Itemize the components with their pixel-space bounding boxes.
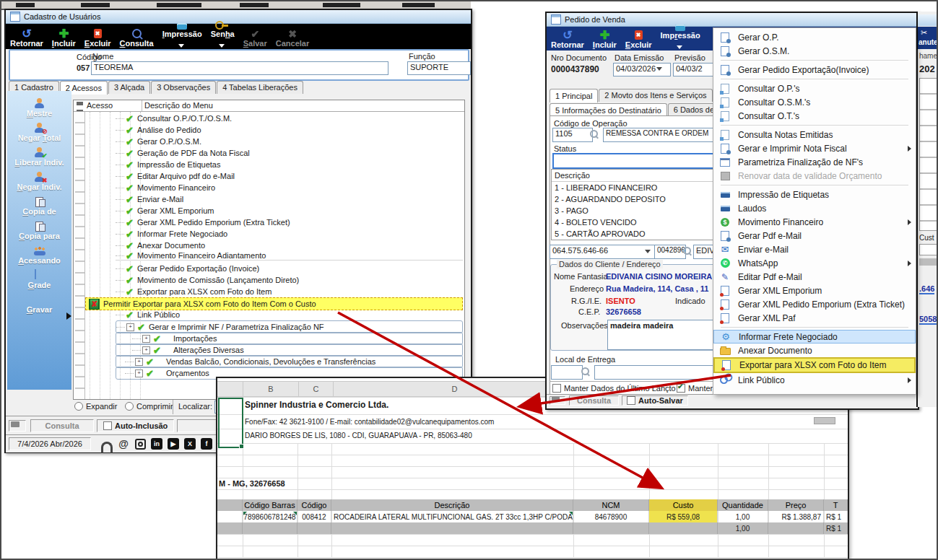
expand-icon[interactable]: + [142, 335, 150, 343]
local-desc-field[interactable] [594, 365, 720, 380]
auto-inclusao-toggle[interactable]: Auto-Inclusão [97, 419, 174, 432]
facebook-icon[interactable]: f [201, 438, 212, 450]
context-menu-item[interactable]: ✉ Enviar e-Mail [713, 242, 916, 256]
context-menu-item[interactable]: Gerar O.P. [713, 30, 916, 44]
table-header-cell[interactable]: Custo [649, 499, 718, 511]
cliente-code[interactable]: 0042896 [654, 245, 686, 259]
expand-icon[interactable]: + [142, 346, 150, 354]
table-cell[interactable]: R$ 1.388,87 [768, 511, 824, 522]
table-cell[interactable] [649, 522, 718, 534]
auto-inclusao-checkbox[interactable] [103, 421, 112, 430]
context-menu-item[interactable]: Gerar Pdf e-Mail [713, 229, 916, 242]
table-cell[interactable] [768, 522, 824, 534]
context-menu-item[interactable]: Anexar Documento [713, 344, 916, 357]
context-menu-item[interactable]: Gerar Pedido Exportação(Invoice) [713, 63, 916, 76]
column-letter[interactable]: B [243, 381, 299, 397]
table-header-cell[interactable] [217, 499, 243, 511]
cliente-search-icon[interactable] [683, 247, 691, 256]
toolbar-button[interactable]: ↺ Retornar [6, 25, 48, 49]
obs-textarea[interactable]: madeira madeira [607, 320, 720, 350]
toolbar-button[interactable]: ✚ Incluir [589, 27, 621, 51]
selected-cell-border[interactable] [218, 398, 243, 448]
cadastro-tab[interactable]: 3 Observações [151, 81, 216, 94]
column-letter[interactable]: D [334, 381, 576, 397]
context-menu-item[interactable]: Consultar O.S.M.'s [713, 95, 916, 109]
cadastro-tab[interactable]: 4 Tabelas Liberações [217, 81, 303, 94]
tree-row[interactable]: + ✔ Impressão de Etiquetas [116, 159, 463, 170]
expand-icon[interactable]: + [135, 358, 143, 366]
table-cell[interactable]: 1,00 [718, 511, 768, 522]
context-menu-item[interactable]: Parametriza Finalização de NF's [713, 155, 916, 169]
context-menu-item[interactable]: Impressão de Etiquetas [713, 188, 916, 201]
dropdown-arrow-icon[interactable] [219, 44, 225, 48]
table-cell[interactable]: R$ 559,08 [649, 511, 718, 522]
status-option[interactable]: 5 - CARTÃO APROVADO [552, 228, 713, 240]
toolbar-button[interactable]: ✖ Cancelar [272, 25, 313, 49]
emissao-combo[interactable]: 04/03/2026 [613, 63, 671, 76]
sidebar-button[interactable]: ⊘ Negar Total [7, 123, 71, 142]
dropdown-arrow-icon[interactable] [178, 44, 184, 48]
context-menu-item[interactable]: Gerar XML Paf [713, 311, 916, 325]
toolbar-button[interactable]: ↺ Retornar [547, 27, 589, 51]
status-option[interactable]: 1 - LIBERADO FINANCEIRO [552, 182, 713, 193]
table-cell[interactable] [573, 522, 649, 534]
x-icon[interactable]: X [184, 438, 196, 450]
column-letter[interactable]: C [299, 381, 334, 397]
table-cell[interactable] [331, 522, 573, 534]
toolbar-button[interactable]: ✔ Salvar [239, 25, 272, 49]
toolbar-button[interactable]: ✖ Excluir [80, 25, 116, 49]
tree-row[interactable]: + ✔ Geração de PDF da Nota Fiscal [116, 147, 463, 159]
sidebar-button[interactable]: Copia para [7, 221, 71, 240]
tree-row[interactable]: + ✔ Gerar XML Emporium [116, 205, 463, 216]
context-menu-item[interactable]: Gerar XML Emporium [713, 284, 916, 297]
status-option[interactable]: 4 - BOLETO VENCIDO [552, 216, 713, 228]
context-menu-item[interactable]: Consulta Notas Emitidas [713, 128, 916, 141]
table-cell[interactable] [243, 522, 298, 534]
tree-row[interactable]: + ✔ Consultar O.P./O.T./O.S.M. [116, 113, 463, 124]
toolbar-button[interactable]: Impressão [656, 27, 705, 51]
sidebar-button[interactable]: ✔ Liberar Indiv. [7, 147, 71, 167]
table-header-cell[interactable]: NCM [573, 499, 649, 511]
table-cell[interactable]: 84678900 [573, 511, 649, 522]
context-menu-item[interactable]: Renovar data de validade Orçamento [713, 169, 916, 183]
panel-icon[interactable] [9, 420, 26, 432]
column-letter[interactable] [217, 381, 243, 397]
toolbar-button[interactable]: Impressão [158, 25, 207, 49]
tree-row[interactable]: + ✔ Informar Frete Negociado [116, 228, 463, 240]
operacao-code[interactable]: 1105 [552, 128, 593, 142]
table-cell[interactable]: 7898606781248 [243, 511, 298, 522]
table-cell[interactable]: R$ 1 [824, 522, 848, 534]
toolbar-button[interactable]: Consulta [116, 25, 158, 49]
sheet-scrollbar-thumb[interactable] [814, 417, 835, 424]
pedido-tab[interactable]: 1 Principal [550, 89, 598, 102]
sidebar-button[interactable]: Grade [7, 270, 71, 289]
context-menu-item[interactable]: Gerar e Imprimir Nota Fiscal [713, 141, 916, 155]
tree-row[interactable]: + ✔ Editar Arquivo pdf do e-Mail [116, 170, 463, 182]
context-menu-item[interactable]: ✎ Editar Pdf e-Mail [713, 270, 916, 284]
context-menu-item[interactable]: Exportar para XLSX com Foto do Item [713, 357, 916, 373]
instagram-icon[interactable] [134, 438, 146, 450]
pedido-titlebar[interactable]: Pedido de Venda [547, 13, 918, 27]
tree-row[interactable]: + ✔ Anexar Documento [116, 240, 463, 251]
linkedin-icon[interactable]: in [151, 438, 162, 450]
table-header-cell[interactable]: Código Barras [243, 499, 298, 511]
toolbar-button[interactable]: ✚ Incluir [48, 25, 80, 49]
context-menu-item[interactable]: ✆ WhatsApp [713, 256, 916, 270]
table-cell[interactable]: 1,00 [718, 522, 768, 534]
context-menu-item[interactable]: Consultar O.T.'s [713, 109, 916, 123]
toolbar-button[interactable]: ✖ Excluir [621, 27, 656, 51]
table-header-cell[interactable]: Descrição [331, 499, 573, 511]
tree-row[interactable]: + ✘ Permitir Exportar para XLSX com Foto… [85, 297, 463, 310]
nome-field[interactable]: TEOREMA [91, 61, 388, 75]
tree-row[interactable]: + ✔ Gerar O.P./O.S.M. [116, 136, 463, 147]
sidebar-button[interactable]: Mestre [7, 98, 71, 118]
comprimir-radio[interactable]: Comprimir [125, 402, 173, 411]
table-cell[interactable] [217, 522, 243, 534]
table-cell[interactable] [217, 511, 243, 522]
cpf-combo[interactable]: 064.575.646-66 [550, 245, 658, 259]
sidebar-button[interactable]: ✖ Negar Indiv. [7, 172, 71, 191]
local-code-field[interactable] [551, 365, 583, 380]
tree-row[interactable]: + ✔ Movimento de Comissão (Lançamento Di… [116, 274, 463, 286]
cpf-dropdown-icon[interactable] [645, 250, 651, 253]
expandir-radio[interactable]: Expandir [74, 402, 117, 411]
